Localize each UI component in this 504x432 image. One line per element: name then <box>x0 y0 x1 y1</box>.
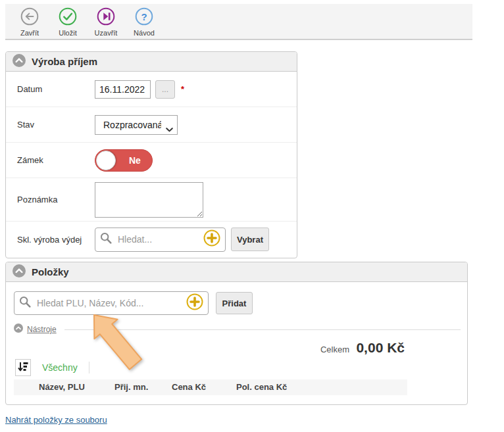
filter-row: Všechny <box>15 359 467 376</box>
save-button-label: Uložit <box>59 29 77 37</box>
poznamka-textarea[interactable] <box>95 182 203 218</box>
app-window: Zavřít Uložit Uzavřít <box>0 0 504 432</box>
datum-row: Datum ... * <box>6 72 297 107</box>
stav-select[interactable]: Rozpracovaná <box>95 115 178 135</box>
filter-divider <box>89 362 89 373</box>
production-receipt-panel: Výroba příjem Datum ... * Stav Rozpracov… <box>5 51 297 258</box>
col-header-prij-mn: Přij. mn. <box>114 379 148 395</box>
play-to-end-icon <box>97 7 115 28</box>
items-search-input[interactable] <box>37 298 186 308</box>
close-button[interactable]: Zavřít <box>11 7 49 37</box>
total-row: Celkem 0,00 Kč <box>6 340 467 356</box>
datum-input[interactable] <box>95 80 151 99</box>
sklad-search-box <box>95 228 226 252</box>
close-button-label: Zavřít <box>20 29 39 37</box>
panel-title: Položky <box>32 266 69 277</box>
items-panel: Položky Přidat <box>5 262 468 405</box>
finalize-button-label: Uzavřít <box>95 29 118 37</box>
lock-toggle[interactable]: Ne <box>95 149 153 172</box>
add-plus-icon[interactable] <box>186 293 203 313</box>
items-table-header: Název, PLU Přij. mn. Cena Kč Pol. cena K… <box>14 379 407 395</box>
date-picker-button[interactable]: ... <box>155 80 175 99</box>
add-plus-icon[interactable] <box>203 229 220 249</box>
production-panel-header[interactable]: Výroba příjem <box>6 52 297 72</box>
sort-button[interactable] <box>15 359 31 376</box>
tools-row: Nástroje <box>14 324 461 335</box>
poznamka-label: Poznámka <box>17 195 95 204</box>
tools-link[interactable]: Nástroje <box>27 325 57 334</box>
sklad-search-input[interactable] <box>118 234 203 245</box>
search-icon <box>19 296 32 311</box>
datum-label: Datum <box>17 84 95 94</box>
zamek-row: Zámek Ne <box>6 143 297 178</box>
total-label: Celkem <box>320 345 349 354</box>
required-mark: * <box>181 84 184 94</box>
save-button[interactable]: Uložit <box>49 7 87 37</box>
search-icon <box>100 232 113 247</box>
tools-divider-line <box>64 329 461 330</box>
toggle-knob <box>96 151 116 170</box>
help-button[interactable]: ? Návod <box>125 7 163 37</box>
finalize-button[interactable]: Uzavřít <box>87 7 125 37</box>
sklad-row: Skl. výroba výdej Vybrat <box>6 222 297 257</box>
help-button-label: Návod <box>134 29 155 37</box>
col-header-cena: Cena Kč <box>172 379 206 395</box>
items-search-box <box>14 291 209 315</box>
poznamka-row: Poznámka <box>6 178 297 222</box>
vybrat-button[interactable]: Vybrat <box>231 228 269 251</box>
toggle-state-label: Ne <box>129 155 141 166</box>
stav-row: Stav Rozpracovaná <box>6 107 297 143</box>
stav-label: Stav <box>17 120 95 130</box>
back-arrow-icon <box>20 7 39 28</box>
filter-all-tab[interactable]: Všechny <box>42 362 78 373</box>
pridat-button[interactable]: Přidat <box>216 292 253 314</box>
collapse-chevron-icon[interactable] <box>14 324 23 335</box>
svg-text:?: ? <box>141 11 147 22</box>
check-icon <box>59 7 77 28</box>
upload-items-link[interactable]: Nahrát položky ze souboru <box>5 415 107 425</box>
col-header-nazev-plu: Název, PLU <box>39 379 85 395</box>
total-value: 0,00 Kč <box>356 340 405 355</box>
sort-icon <box>18 361 28 374</box>
zamek-label: Zámek <box>17 155 95 165</box>
question-icon: ? <box>135 7 153 28</box>
stav-select-wrap: Rozpracovaná <box>95 115 178 135</box>
col-header-pol-cena: Pol. cena Kč <box>236 379 287 395</box>
collapse-chevron-icon[interactable] <box>13 264 26 280</box>
sklad-label: Skl. výroba výdej <box>17 235 95 245</box>
items-panel-header[interactable]: Položky <box>6 262 467 282</box>
collapse-chevron-icon[interactable] <box>13 54 26 70</box>
toolbar: Zavřít Uložit Uzavřít <box>5 4 472 40</box>
items-search-row: Přidat <box>14 291 467 315</box>
panel-title: Výroba příjem <box>32 56 97 67</box>
